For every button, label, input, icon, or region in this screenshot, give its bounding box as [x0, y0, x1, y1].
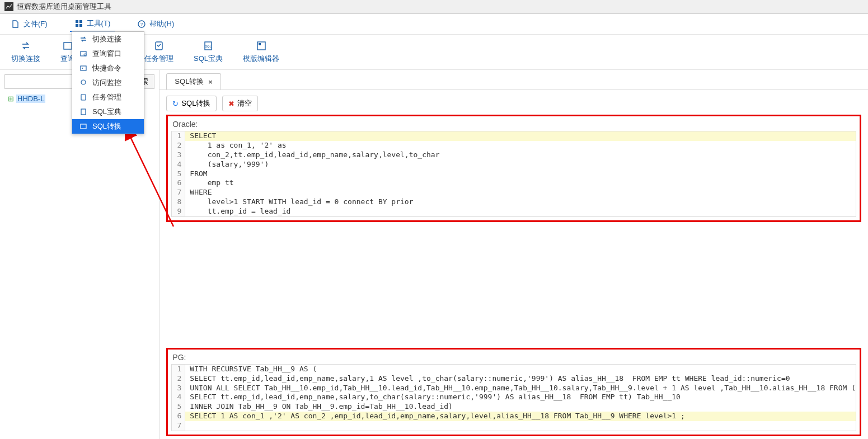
line-number: 2: [172, 141, 185, 150]
terminal-icon: [79, 64, 88, 73]
dropdown-quick-cmd[interactable]: 快捷命令: [72, 61, 144, 75]
svg-rect-12: [259, 43, 261, 45]
line-number: 4: [172, 160, 185, 169]
svg-point-16: [81, 80, 86, 84]
swap-icon: [79, 35, 88, 44]
oracle-code-editor[interactable]: 1SELECT2 1 as con_1, '2' as3 con_2,tt.em…: [171, 131, 856, 217]
line-text: UNION ALL SELECT Tab_HH__10.emp_id,Tab_H…: [185, 384, 856, 393]
convert-button[interactable]: ↻ SQL转换: [166, 96, 217, 111]
template-icon: [256, 40, 267, 51]
line-number: 1: [172, 365, 185, 374]
line-number: 8: [172, 197, 185, 207]
line-number: 7: [172, 188, 185, 197]
dropdown-access-monitor[interactable]: 访问监控: [72, 75, 144, 90]
menu-file[interactable]: 文件(F): [7, 16, 52, 32]
clear-icon: ✖: [228, 100, 234, 108]
titlebar: 恒辉数据库通用桌面管理工具: [0, 0, 868, 14]
menu-tools[interactable]: 工具(T): [70, 16, 115, 32]
oracle-label: Oracle:: [172, 120, 856, 129]
svg-rect-18: [81, 109, 86, 115]
code-line: 6SELECT 1 AS con_1 ,'2' AS con_2 ,emp_id…: [172, 412, 856, 421]
toolbar-template-editor[interactable]: 模版编辑器: [238, 39, 284, 65]
convert-icon: [79, 122, 88, 131]
line-text: tt.emp_id = lead_id: [185, 207, 856, 216]
tab-label: SQL转换: [175, 77, 204, 87]
line-number: 9: [172, 207, 185, 216]
line-text: SELECT: [185, 131, 856, 141]
menu-help[interactable]: ? 帮助(H): [133, 16, 179, 32]
app-title: 恒辉数据库通用桌面管理工具: [17, 2, 111, 12]
line-number: 3: [172, 150, 185, 160]
line-number: 1: [172, 131, 185, 141]
task-icon: [153, 40, 165, 51]
code-line: 3 con_2,tt.emp_id,lead_id,emp_name,salar…: [172, 150, 856, 160]
dropdown-query-window[interactable]: 查询窗口: [72, 46, 144, 61]
line-text: level>1 START WITH lead_id = 0 connect B…: [185, 197, 856, 207]
refresh-icon: ↻: [172, 100, 179, 108]
code-line: 8 level>1 START WITH lead_id = 0 connect…: [172, 197, 856, 207]
svg-rect-0: [76, 20, 78, 23]
code-line: 1SELECT: [172, 131, 856, 141]
tab-close-icon[interactable]: ×: [208, 78, 213, 86]
file-icon: [11, 20, 20, 29]
svg-rect-17: [81, 95, 86, 100]
tree-item-label: HHDB-L: [16, 95, 45, 103]
dropdown-sql-convert[interactable]: SQL转换: [72, 119, 144, 134]
code-line: 5INNER JOIN Tab_HH__9 ON Tab_HH__9.emp_i…: [172, 402, 856, 412]
line-number: 5: [172, 402, 185, 412]
line-text: SELECT tt.emp_id,lead_id,emp_name,salary…: [185, 393, 856, 402]
help-icon: ?: [137, 20, 146, 29]
toolbar-switch-connection[interactable]: 切换连接: [7, 39, 45, 65]
action-row: ↻ SQL转换 ✖ 清空: [159, 90, 868, 114]
line-text: 1 as con_1, '2' as: [185, 141, 856, 150]
tools-dropdown: 切换连接 查询窗口 快捷命令 访问监控 任务管理 SQL宝典 SQL转换: [72, 31, 144, 134]
tabbar: SQL转换 ×: [159, 70, 868, 90]
line-text: SELECT tt.emp_id,lead_id,emp_name,salary…: [185, 374, 856, 384]
line-text: [185, 421, 856, 431]
code-line: 2SELECT tt.emp_id,lead_id,emp_name,salar…: [172, 374, 856, 384]
code-line: 4SELECT tt.emp_id,lead_id,emp_name,salar…: [172, 393, 856, 402]
code-line: 7WHERE: [172, 188, 856, 197]
line-text: WITH RECURSIVE Tab_HH__9 AS (: [185, 365, 856, 374]
line-number: 5: [172, 169, 185, 179]
svg-rect-3: [79, 24, 82, 27]
book-icon: [79, 107, 88, 116]
tools-icon: [74, 19, 83, 28]
line-text: FROM: [185, 169, 856, 179]
line-text: (salary,'999'): [185, 160, 856, 169]
clear-button[interactable]: ✖ 清空: [222, 96, 258, 111]
app-icon: [4, 2, 13, 11]
dropdown-sql-codex[interactable]: SQL宝典: [72, 105, 144, 119]
toolbar-task-mgmt[interactable]: 任务管理: [140, 39, 178, 65]
code-line: 9 tt.emp_id = lead_id: [172, 207, 856, 216]
task-icon: [79, 93, 88, 102]
line-text: emp tt: [185, 178, 856, 188]
line-number: 3: [172, 384, 185, 393]
toolbar-sql-codex[interactable]: SQL SQL宝典: [189, 39, 227, 65]
line-text: WHERE: [185, 188, 856, 197]
line-text: INNER JOIN Tab_HH__9 ON Tab_HH__9.emp_id…: [185, 402, 856, 412]
svg-rect-2: [76, 24, 78, 27]
monitor-icon: [79, 78, 88, 87]
dropdown-task-mgmt[interactable]: 任务管理: [72, 90, 144, 105]
tab-sql-convert[interactable]: SQL转换 ×: [166, 73, 221, 89]
dropdown-switch-connection[interactable]: 切换连接: [72, 32, 144, 46]
code-line: 1WITH RECURSIVE Tab_HH__9 AS (: [172, 365, 856, 374]
code-line: 5FROM: [172, 169, 856, 179]
line-number: 6: [172, 412, 185, 421]
line-text: SELECT 1 AS con_1 ,'2' AS con_2 ,emp_id,…: [185, 412, 856, 421]
line-number: 7: [172, 421, 185, 431]
db-icon: ⊞: [8, 95, 14, 103]
oracle-panel: Oracle: 1SELECT2 1 as con_1, '2' as3 con…: [166, 115, 861, 222]
svg-rect-1: [79, 20, 82, 23]
pg-label: PG:: [172, 353, 856, 362]
code-line: 6 emp tt: [172, 178, 856, 188]
line-number: 6: [172, 178, 185, 188]
code-line: 4 (salary,'999'): [172, 160, 856, 169]
svg-text:SQL: SQL: [205, 45, 212, 48]
svg-rect-6: [64, 43, 72, 49]
pg-code-editor[interactable]: 1WITH RECURSIVE Tab_HH__9 AS (2SELECT tt…: [171, 364, 856, 431]
code-line: 3UNION ALL SELECT Tab_HH__10.emp_id,Tab_…: [172, 384, 856, 393]
content-area: SQL转换 × ↻ SQL转换 ✖ 清空 Oracle: 1SELECT2 1 …: [159, 70, 868, 439]
line-text: con_2,tt.emp_id,lead_id,emp_name,salary,…: [185, 150, 856, 160]
